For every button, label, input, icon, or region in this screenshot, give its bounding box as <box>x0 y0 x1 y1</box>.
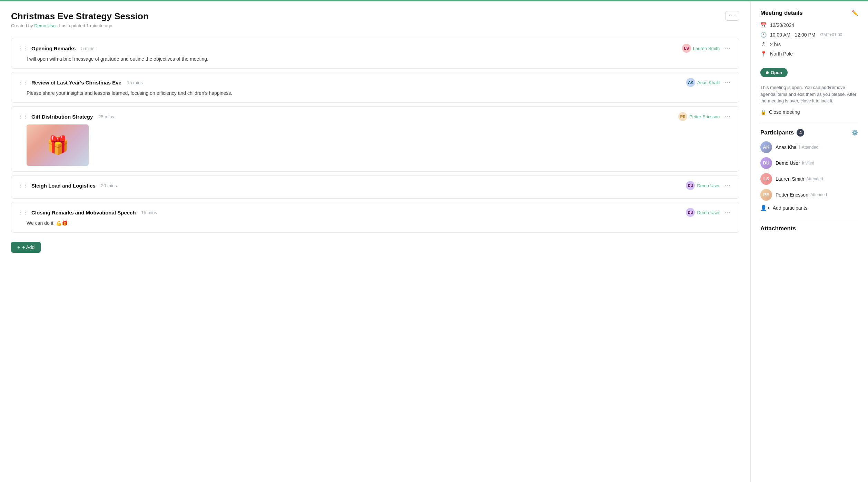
assigned-user-name: Lauren Smith <box>693 46 720 51</box>
participant-status: Attended <box>802 145 818 150</box>
agenda-item-left: ⋮⋮ Gift Distribution Strategy 25 mins <box>18 114 114 120</box>
agenda-item-header: ⋮⋮ Closing Remarks and Motivational Spee… <box>18 208 732 217</box>
participant-avatar: DU <box>760 157 772 169</box>
meeting-duration-row: ⏱ 2 hrs <box>760 41 858 47</box>
agenda-item: ⋮⋮ Gift Distribution Strategy 25 mins PE… <box>11 106 739 172</box>
divider-2 <box>760 218 858 218</box>
agenda-item-left: ⋮⋮ Opening Remarks 5 mins <box>18 46 95 51</box>
agenda-item-description: We can do it! 💪🎁 <box>18 220 732 227</box>
drag-handle[interactable]: ⋮⋮ <box>18 80 28 85</box>
assigned-user[interactable]: DU Demo User <box>686 208 720 217</box>
agenda-item-duration: 5 mins <box>81 46 94 51</box>
add-button-label: + Add <box>22 244 34 250</box>
participant-name: Demo User <box>776 160 800 166</box>
assigned-user-name: Anas Khalil <box>697 80 720 85</box>
location-icon: 📍 <box>760 51 767 57</box>
item-menu-button[interactable]: ··· <box>723 79 732 86</box>
user-avatar: DU <box>686 208 695 217</box>
participant-info: Demo User Invited <box>776 160 814 166</box>
page-header: Christmas Eve Strategy Session Created b… <box>11 11 739 28</box>
meeting-location-row: 📍 North Pole <box>760 51 858 57</box>
participants-settings-button[interactable]: ⚙️ <box>851 129 858 136</box>
participants-header: Participants 4 ⚙️ <box>760 129 858 137</box>
participant-avatar: PE <box>760 189 772 201</box>
participant-name: Petter Ericsson <box>776 192 808 198</box>
agenda-item-right: DU Demo User ··· <box>686 208 732 217</box>
agenda-item-right: PE Petter Ericsson ··· <box>678 112 732 121</box>
user-initials: DU <box>688 210 693 214</box>
participant-status: Invited <box>802 161 814 165</box>
user-avatar: PE <box>678 112 687 121</box>
participants-list: AK Anas Khalil Attended DU Demo User Inv… <box>760 141 858 201</box>
assigned-user[interactable]: LS Lauren Smith <box>682 44 720 53</box>
duration-icon: ⏱ <box>760 41 767 47</box>
header-text: Christmas Eve Strategy Session Created b… <box>11 11 149 28</box>
agenda-item: ⋮⋮ Review of Last Year's Christmas Eve 1… <box>11 72 739 103</box>
meeting-details-title: Meeting details <box>760 10 803 17</box>
add-icon: + <box>17 244 20 250</box>
drag-handle[interactable]: ⋮⋮ <box>18 210 28 215</box>
lock-icon: 🔒 <box>760 109 766 115</box>
user-avatar: LS <box>682 44 691 53</box>
avatar-initials: LS <box>760 173 772 185</box>
agenda-item: ⋮⋮ Sleigh Load and Logistics 20 mins DU … <box>11 175 739 199</box>
page-title: Christmas Eve Strategy Session <box>11 11 149 22</box>
drag-handle[interactable]: ⋮⋮ <box>18 114 28 119</box>
agenda-item-duration: 25 mins <box>98 114 114 119</box>
agenda-item-left: ⋮⋮ Closing Remarks and Motivational Spee… <box>18 210 157 215</box>
participant-name: Lauren Smith <box>776 176 804 182</box>
agenda-item-duration: 15 mins <box>127 80 143 85</box>
participant-row: PE Petter Ericsson Attended <box>760 189 858 201</box>
more-options-button[interactable]: ··· <box>725 11 739 21</box>
agenda-item-description: Please share your insights and lessons l… <box>18 90 732 97</box>
user-initials: LS <box>684 46 689 50</box>
participant-info: Anas Khalil Attended <box>776 144 818 150</box>
agenda-item: ⋮⋮ Opening Remarks 5 mins LS Lauren Smit… <box>11 38 739 69</box>
assigned-user[interactable]: PE Petter Ericsson <box>678 112 720 121</box>
participant-row: LS Lauren Smith Attended <box>760 173 858 185</box>
add-participants-button[interactable]: 👤+ Add participants <box>760 205 807 211</box>
close-meeting-label: Close meeting <box>769 109 800 115</box>
drag-handle[interactable]: ⋮⋮ <box>18 183 28 188</box>
gift-image-content: 🎁 <box>47 135 69 156</box>
participants-label: Participants <box>760 129 794 136</box>
avatar-initials: PE <box>760 189 772 201</box>
participant-row: DU Demo User Invited <box>760 157 858 169</box>
drag-handle[interactable]: ⋮⋮ <box>18 46 28 51</box>
agenda-item-title: Sleigh Load and Logistics <box>31 183 96 189</box>
meeting-details-section: Meeting details ✏️ <box>760 10 858 17</box>
agenda-item-title: Gift Distribution Strategy <box>31 114 93 120</box>
meeting-duration: 2 hrs <box>770 42 781 47</box>
participant-count: 4 <box>797 129 804 137</box>
add-agenda-item-button[interactable]: + + Add <box>11 242 41 253</box>
agenda-item-header: ⋮⋮ Gift Distribution Strategy 25 mins PE… <box>18 112 732 121</box>
agenda-item-right: LS Lauren Smith ··· <box>682 44 732 53</box>
agenda-item-duration: 20 mins <box>101 183 117 188</box>
agenda-item-title: Review of Last Year's Christmas Eve <box>31 80 121 86</box>
participant-status: Attended <box>810 192 827 197</box>
avatar-initials: DU <box>760 157 772 169</box>
assigned-user[interactable]: AK Anas Khalil <box>686 78 720 87</box>
agenda-item-duration: 15 mins <box>141 210 157 215</box>
item-menu-button[interactable]: ··· <box>723 44 732 52</box>
meeting-date: 12/20/2024 <box>770 22 794 28</box>
meeting-location: North Pole <box>770 51 793 57</box>
timezone: GMT+01:00 <box>820 32 842 37</box>
meeting-date-row: 📅 12/20/2024 <box>760 22 858 28</box>
author-link[interactable]: Demo User <box>34 23 57 28</box>
participant-avatar: LS <box>760 173 772 185</box>
agenda-item-title: Closing Remarks and Motivational Speech <box>31 210 136 215</box>
item-menu-button[interactable]: ··· <box>723 182 732 189</box>
participant-info: Petter Ericsson Attended <box>776 192 827 198</box>
participant-avatar: AK <box>760 141 772 153</box>
close-meeting-button[interactable]: 🔒 Close meeting <box>760 109 800 115</box>
assigned-user[interactable]: DU Demo User <box>686 181 720 190</box>
clock-icon: 🕐 <box>760 32 767 38</box>
assigned-user-name: Petter Ericsson <box>689 114 720 119</box>
edit-meeting-button[interactable]: ✏️ <box>852 10 858 16</box>
item-menu-button[interactable]: ··· <box>723 209 732 216</box>
item-menu-button[interactable]: ··· <box>723 113 732 120</box>
user-avatar: DU <box>686 181 695 190</box>
agenda-item-header: ⋮⋮ Sleigh Load and Logistics 20 mins DU … <box>18 181 732 190</box>
agenda-item: ⋮⋮ Closing Remarks and Motivational Spee… <box>11 202 739 233</box>
